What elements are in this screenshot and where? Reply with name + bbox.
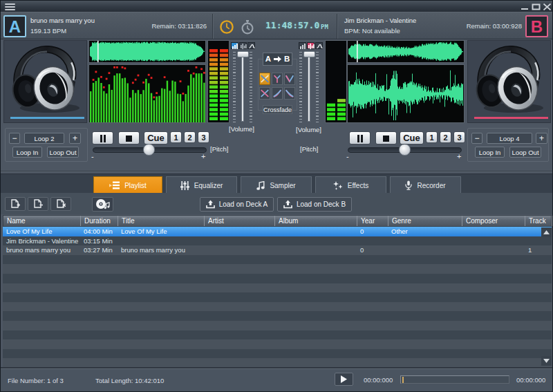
deck-b-waveform[interactable] — [347, 40, 465, 63]
clear-playlist-button[interactable] — [50, 197, 71, 211]
preview-progress-bar[interactable] — [400, 375, 509, 384]
deck-a-hotcue-3-button[interactable]: 3 — [198, 131, 209, 143]
add-file-button[interactable] — [5, 197, 26, 211]
cell-genre — [388, 236, 462, 246]
deck-b-pause-button[interactable] — [349, 131, 371, 144]
deck-a-pitch-max: + — [201, 152, 205, 160]
deck-a-view-spectrum-button[interactable] — [231, 42, 238, 49]
cell-composer — [462, 283, 525, 293]
ab-transition-button[interactable]: A B — [263, 53, 292, 66]
progress-indicator — [402, 377, 404, 383]
column-header-title[interactable]: Title — [118, 216, 205, 226]
playlist-empty-row[interactable] — [3, 349, 552, 359]
deck-b-loop-out-button[interactable]: Loop Out — [509, 147, 541, 158]
column-header-year[interactable]: Year — [357, 216, 388, 226]
deck-a-view-curve-button[interactable] — [247, 42, 255, 49]
crossfade-curve-sharp-button[interactable] — [272, 73, 283, 85]
tab-playlist[interactable]: Playlist — [93, 176, 162, 194]
column-header-track[interactable]: Track — [525, 216, 552, 226]
column-header-genre[interactable]: Genre — [388, 216, 462, 226]
playlist-empty-row[interactable] — [3, 264, 552, 274]
playlist-empty-row[interactable] — [3, 358, 552, 368]
deck-a-loop-plus-button[interactable]: + — [69, 133, 81, 144]
close-button[interactable] — [543, 3, 552, 10]
cell-duration — [80, 274, 118, 283]
column-header-artist[interactable]: Artist — [205, 216, 275, 226]
deck-a-waveform[interactable] — [88, 40, 206, 63]
deck-a-hotcue-1-button[interactable]: 1 — [170, 131, 182, 143]
crossfade-curve-smooth-x-button[interactable] — [259, 87, 270, 100]
tab-sampler[interactable]: Sampler — [241, 176, 312, 194]
scroll-up-button[interactable] — [541, 227, 552, 237]
cell-title — [118, 283, 204, 293]
cell-composer — [462, 227, 525, 236]
deck-a-volume-slider[interactable] — [237, 51, 249, 57]
playlist-empty-row[interactable] — [3, 321, 552, 330]
deck-b-hotcue-3-button[interactable]: 3 — [453, 131, 465, 143]
crossfade-curve-down-button[interactable] — [284, 87, 295, 100]
minimize-button[interactable] — [521, 3, 529, 10]
column-header-name[interactable]: Name — [3, 216, 81, 226]
cell-year — [357, 321, 388, 330]
deck-b-hotcue-1-button[interactable]: 1 — [426, 131, 438, 143]
deck-b-volume-track — [308, 55, 310, 122]
playlist-empty-row[interactable] — [3, 255, 552, 265]
deck-a-loop-out-button[interactable]: Loop Out — [47, 147, 79, 158]
deck-b-loop-minus-button[interactable]: − — [471, 133, 482, 144]
playlist-icon — [109, 181, 120, 189]
disc-note-icon — [95, 198, 111, 210]
playlist-empty-row[interactable] — [3, 330, 552, 340]
deck-b-pitch-slider[interactable] — [399, 144, 411, 156]
deck-a-view-scope-button[interactable] — [239, 42, 247, 49]
playlist-row[interactable]: Jim Brickman - Valentine03:15 Min — [3, 236, 552, 246]
crossfade-curve-linear-x-button[interactable] — [259, 73, 270, 85]
playlist-row[interactable]: bruno mars marry you03:27 Minbruno mars … — [3, 245, 552, 255]
deck-a-pitch-slider[interactable] — [143, 144, 155, 156]
deck-b-volume-slider[interactable] — [303, 51, 315, 57]
menu-icon[interactable] — [5, 3, 15, 11]
tab-recorder[interactable]: Recorder — [390, 176, 461, 194]
cell-year — [357, 311, 388, 321]
cell-duration — [80, 292, 118, 302]
maximize-button[interactable] — [532, 3, 541, 10]
column-header-album[interactable]: Album — [275, 216, 357, 226]
cell-year — [357, 349, 388, 359]
playlist-row[interactable]: Love Of My Life04:00 MinLove Of My Life0… — [3, 227, 552, 236]
playlist-empty-row[interactable] — [3, 311, 552, 321]
playlist-empty-row[interactable] — [3, 274, 552, 283]
deck-b-stop-button[interactable] — [375, 131, 397, 144]
deck-a-loop-in-button[interactable]: Loop In — [12, 147, 42, 158]
deck-a-hotcue-2-button[interactable]: 2 — [184, 131, 196, 143]
deck-a-pause-button[interactable] — [92, 131, 113, 144]
cell-composer — [462, 302, 525, 312]
scroll-down-button[interactable] — [541, 356, 552, 366]
deck-b-loop-plus-button[interactable]: + — [536, 133, 547, 144]
clock-icon[interactable] — [219, 19, 234, 35]
crossfade-curve-dip-button[interactable] — [284, 73, 295, 85]
playlist-empty-row[interactable] — [3, 292, 552, 302]
deck-b-view-scope-button[interactable] — [307, 42, 315, 49]
deck-a-cue-button[interactable]: Cue — [144, 131, 168, 144]
column-header-duration[interactable]: Duration — [81, 216, 118, 226]
cell-album — [274, 264, 357, 274]
deck-a-stop-button[interactable] — [118, 131, 140, 144]
crossfade-curve-up-button[interactable] — [272, 87, 283, 100]
audio-cd-button[interactable] — [92, 197, 113, 212]
deck-a-loop-minus-button[interactable]: − — [9, 133, 20, 144]
remove-file-button[interactable] — [28, 197, 48, 211]
deck-b-view-spectrum-button[interactable] — [299, 42, 306, 49]
load-on-deck-b-button[interactable]: Load on Deck B — [277, 197, 352, 212]
playlist-empty-row[interactable] — [3, 283, 552, 293]
deck-b-view-curve-button[interactable] — [315, 42, 323, 49]
playlist-empty-row[interactable] — [3, 302, 552, 312]
tab-equalizer[interactable]: Equalizer — [166, 176, 237, 194]
deck-b-loop-in-button[interactable]: Loop In — [475, 147, 505, 158]
playlist-empty-row[interactable] — [3, 339, 552, 349]
deck-b-cue-button[interactable]: Cue — [400, 131, 424, 144]
tab-effects[interactable]: Effects — [315, 176, 386, 194]
column-header-composer[interactable]: Composer — [462, 216, 525, 226]
deck-b-hotcue-2-button[interactable]: 2 — [440, 131, 451, 143]
load-on-deck-a-button[interactable]: Load on Deck A — [200, 197, 274, 212]
stopwatch-icon[interactable] — [240, 19, 255, 35]
preview-play-button[interactable] — [335, 373, 353, 386]
